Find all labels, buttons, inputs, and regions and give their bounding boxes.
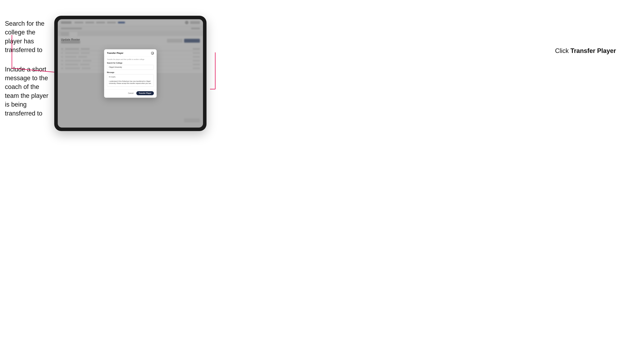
search-college-input[interactable]	[107, 65, 154, 70]
annotation-right-bold: Transfer Player	[570, 47, 616, 54]
modal-body: Transfer the player and their profile to…	[104, 56, 156, 89]
message-label: Message	[107, 71, 154, 73]
annotation-text-2: Include a short message to the coach of …	[5, 65, 52, 118]
search-college-label: Search for College	[107, 62, 154, 64]
annotation-right-prefix: Click	[555, 47, 570, 54]
tablet-screen: Update Roster Transfer Player × Transfer…	[58, 19, 203, 128]
modal-description: Transfer the player and their profile to…	[107, 58, 154, 60]
tablet-device: Update Roster Transfer Player × Transfer…	[54, 16, 206, 131]
annotation-left: Search for the college the player has tr…	[5, 19, 52, 118]
cancel-button[interactable]: Cancel	[127, 92, 134, 95]
message-textarea[interactable]: Hi Coach, I understand Chris Robertson h…	[107, 74, 154, 86]
annotation-right: Click Transfer Player	[555, 47, 616, 54]
modal-footer: Cancel Transfer Player	[104, 89, 156, 98]
modal-overlay: Transfer Player × Transfer the player an…	[58, 19, 203, 128]
annotation-text-1: Search for the college the player has tr…	[5, 19, 52, 54]
modal-header: Transfer Player ×	[104, 49, 156, 56]
modal-title: Transfer Player	[107, 52, 123, 54]
transfer-player-button[interactable]: Transfer Player	[136, 91, 154, 95]
transfer-player-modal: Transfer Player × Transfer the player an…	[104, 49, 156, 98]
modal-close-button[interactable]: ×	[151, 52, 154, 54]
